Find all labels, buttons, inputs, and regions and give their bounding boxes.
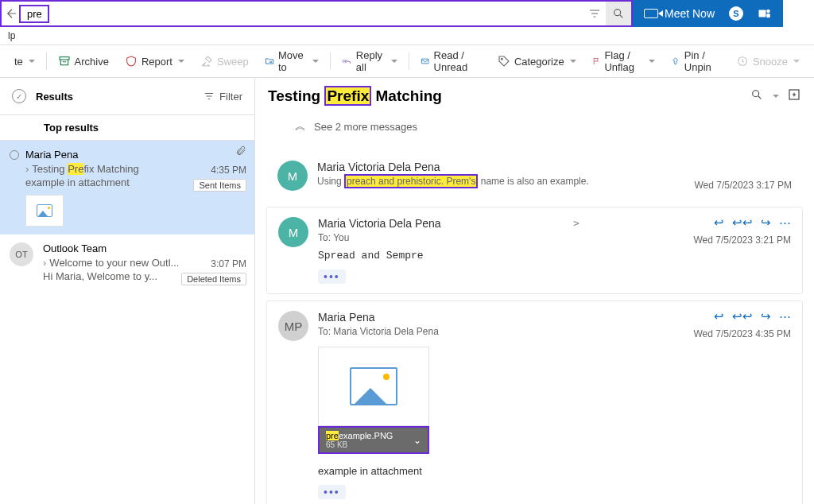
forward-icon[interactable]: ↪ (761, 215, 771, 230)
attachment-bar[interactable]: preexample.PNG 65 KB ⌄ (318, 426, 429, 454)
reading-subject: Testing Prefix Matching (268, 87, 750, 105)
attachment-preview[interactable] (318, 347, 429, 426)
reading-pane: Testing Prefix Matching ︽ See 2 more mes… (255, 78, 814, 504)
meet-now-button[interactable]: Meet Now (644, 7, 715, 20)
search-input[interactable] (24, 6, 45, 21)
attachment-icon (235, 145, 246, 157)
expand-dots[interactable]: ••• (318, 485, 346, 499)
avatar: OT (10, 242, 33, 266)
avatar: M (277, 161, 308, 191)
camera-icon (644, 9, 658, 18)
tag-icon (498, 55, 510, 68)
folder-badge: Deleted Items (181, 273, 246, 285)
help-row: lp (0, 27, 814, 45)
toolbar: te Archive Report Sweep Move to Reply al… (0, 45, 814, 77)
reply-icon[interactable]: ↩ (714, 309, 724, 324)
moveto-button[interactable]: Move to (257, 45, 327, 77)
result-time: 3:07 PM (181, 258, 246, 269)
message-date: Wed 7/5/2023 4:35 PM (693, 328, 791, 339)
folder-badge: Sent Items (193, 179, 246, 192)
results-pane: ✓ Results Filter Top results Maria Pena … (0, 78, 255, 504)
attachment-thumb[interactable] (25, 195, 64, 227)
readunread-button[interactable]: Read / Unread (413, 45, 490, 77)
message-sender: Maria Victoria Dela Pena (317, 161, 792, 173)
message-date: Wed 7/5/2023 3:21 PM (693, 235, 791, 246)
search-filter-icon[interactable] (583, 2, 606, 25)
top-results-label: Top results (0, 115, 254, 140)
message-card[interactable]: MP Maria Pena To: Maria Victoria Dela Pe… (266, 300, 803, 504)
teams-icon[interactable] (758, 6, 772, 21)
pin-button[interactable]: Pin / Unpin (663, 45, 727, 77)
message-body: example in attachment (318, 465, 791, 477)
mail-icon (421, 55, 429, 68)
snooze-button[interactable]: Snooze (728, 45, 808, 77)
report-button[interactable]: Report (117, 45, 192, 77)
reply-icon[interactable]: ↩ (714, 215, 724, 230)
forward-icon[interactable]: ↪ (761, 309, 771, 324)
expand-dots[interactable]: ••• (318, 269, 346, 284)
image-icon (350, 367, 397, 405)
meet-now-label: Meet Now (665, 7, 715, 20)
more-icon[interactable]: ⋯ (779, 215, 791, 230)
svg-rect-1 (759, 10, 766, 17)
svg-point-2 (766, 10, 770, 14)
result-item[interactable]: Maria Pena › Testing Prefix Matching exa… (0, 141, 254, 235)
flag-button[interactable]: Flag / Unflag (584, 45, 664, 77)
filter-button[interactable]: Filter (204, 91, 242, 103)
chevron-right-icon: › (25, 163, 29, 175)
clock-icon (736, 55, 749, 68)
flag-icon (592, 55, 601, 68)
archive-icon (58, 55, 71, 68)
avatar: M (278, 217, 308, 247)
categorize-button[interactable]: Categorize (490, 45, 584, 77)
message-card[interactable]: M Maria Victoria Dela Pena Using preach … (266, 151, 803, 200)
result-subject: Welcome to your new Outl... (49, 257, 179, 269)
image-icon (37, 204, 52, 217)
see-more-link[interactable]: See 2 more messages (314, 121, 417, 133)
attachment-size: 65 KB (326, 440, 393, 449)
reply-all-icon (341, 55, 352, 68)
chevron-right-icon: › (43, 257, 46, 269)
result-time: 4:35 PM (193, 165, 246, 176)
svg-rect-5 (422, 59, 429, 64)
popout-icon[interactable] (787, 87, 801, 105)
svg-point-8 (753, 91, 759, 97)
message-body: Spread and Sempre (318, 250, 791, 262)
archive-button[interactable]: Archive (50, 45, 117, 77)
svg-rect-4 (60, 57, 69, 60)
chevron-down-icon[interactable]: ⌄ (413, 435, 421, 446)
zoom-icon[interactable] (750, 88, 763, 104)
search-bar[interactable] (0, 0, 633, 27)
sweep-button[interactable]: Sweep (192, 45, 257, 77)
avatar: MP (278, 311, 308, 341)
search-button[interactable] (606, 2, 631, 25)
select-checkbox[interactable] (10, 150, 19, 160)
delete-button[interactable]: te (6, 45, 43, 77)
select-all-checkbox[interactable]: ✓ (12, 89, 26, 103)
folder-icon (265, 55, 274, 68)
svg-rect-3 (766, 14, 770, 17)
filter-icon (204, 91, 215, 102)
back-arrow-icon[interactable] (5, 6, 19, 21)
reply-all-icon[interactable]: ↩↩ (732, 309, 753, 324)
results-title: Results (36, 91, 204, 103)
replyall-button[interactable]: Reply all (333, 45, 405, 77)
expand-up-icon[interactable]: ︽ (295, 119, 306, 134)
sweep-icon (200, 55, 213, 68)
more-icon[interactable]: ⋯ (779, 309, 791, 324)
collapse-icon: > (573, 217, 579, 229)
svg-point-0 (614, 10, 621, 16)
skype-icon[interactable]: S (729, 6, 743, 21)
svg-point-6 (501, 58, 502, 60)
message-date: Wed 7/5/2023 3:17 PM (694, 180, 792, 191)
result-item[interactable]: OT Outlook Team › Welcome to your new Ou… (0, 235, 254, 290)
pin-icon (671, 55, 680, 68)
message-card[interactable]: M Maria Victoria Dela Pena To: You Sprea… (266, 207, 803, 294)
shield-icon (125, 55, 138, 68)
result-subject: Testing Prefix Matching (32, 163, 138, 175)
search-icon (612, 7, 625, 20)
zoom-caret[interactable] (773, 95, 779, 98)
reply-all-icon[interactable]: ↩↩ (732, 215, 753, 230)
